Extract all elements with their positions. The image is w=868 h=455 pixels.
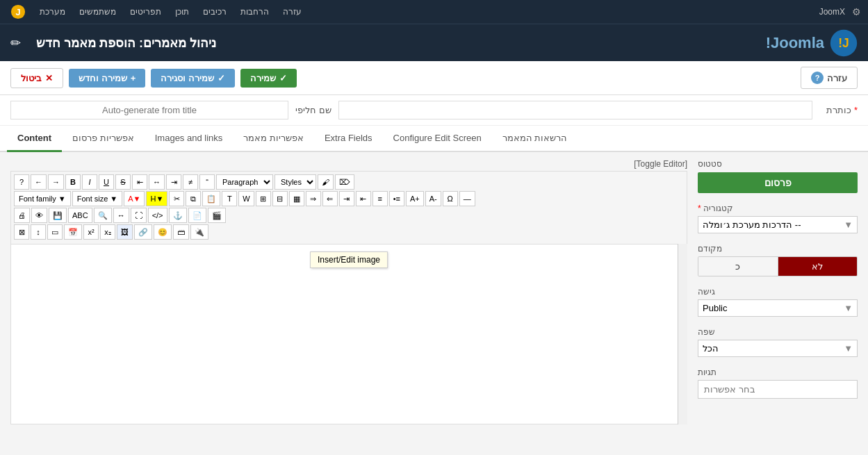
editor-insert-row-btn[interactable]: ⊟: [272, 191, 288, 206]
editor-paste-btn[interactable]: 📋: [202, 191, 220, 206]
editor-unordered-list-btn[interactable]: •≡: [389, 191, 404, 206]
editor-paint-btn[interactable]: 🖌: [318, 174, 334, 190]
editor-special-chars-btn[interactable]: Ω: [443, 191, 458, 206]
help-label: עזרה: [827, 73, 847, 83]
editor-font-color-btn[interactable]: A▼: [124, 191, 145, 206]
editor-code-btn[interactable]: </>: [148, 208, 167, 223]
featured-yes-btn[interactable]: כ: [698, 257, 778, 276]
editor-blockquote-btn[interactable]: “: [199, 174, 215, 190]
editor-find-btn[interactable]: 🔍: [94, 208, 112, 223]
editor-cut-btn[interactable]: ✂: [169, 191, 184, 206]
editor-rtl-btn[interactable]: ⇒: [306, 191, 321, 206]
editor-pagebreak-btn[interactable]: ⊠: [14, 224, 29, 240]
editor-print-btn[interactable]: 🖨: [14, 208, 30, 223]
editor-decrease-font-btn[interactable]: A-: [425, 191, 441, 206]
help-button[interactable]: עזרה ?: [801, 67, 858, 89]
editor-media-btn[interactable]: 🎬: [208, 208, 226, 223]
top-nav-left: ⚙ JoomX: [819, 6, 861, 17]
nav-users[interactable]: משתמשים: [79, 7, 116, 17]
tab-extra-fields[interactable]: Extra Fields: [314, 126, 383, 152]
toggle-editor-link[interactable]: [Toggle Editor]: [10, 159, 687, 169]
tags-input[interactable]: [698, 380, 858, 399]
cancel-button[interactable]: ✕ ביטול: [10, 68, 63, 88]
editor-toolbar-row-2: Font family ▼ Font size ▼ A▼ H▼ ✂ ⧉ 📋 T …: [14, 191, 684, 206]
nav-system[interactable]: מערכת: [40, 7, 65, 17]
editor-outdent-btn[interactable]: ⇤: [356, 191, 371, 206]
alias-input[interactable]: [10, 101, 288, 119]
editor-help-btn[interactable]: ?: [14, 174, 29, 190]
editor-strikethrough-btn[interactable]: S: [115, 174, 131, 190]
editor-fullscreen-btn[interactable]: ⛶: [131, 208, 147, 223]
editor-gallery-btn[interactable]: 🗃: [173, 224, 189, 240]
editor-ordered-list-btn[interactable]: ≡: [372, 191, 388, 206]
nav-help[interactable]: עזרה: [283, 7, 302, 17]
editor-indent-btn[interactable]: ⇥: [339, 191, 354, 206]
editor-paste-word-btn[interactable]: W: [238, 191, 254, 206]
category-select[interactable]: ▼ -- הדרכות מערכת ג׳ומלה: [698, 216, 858, 233]
editor-undo-btn[interactable]: ←: [31, 174, 47, 190]
gear-icon[interactable]: ⚙: [852, 6, 861, 17]
tab-publishing[interactable]: אפשריות פרסום: [62, 126, 145, 152]
tab-images-links[interactable]: Images and links: [145, 126, 234, 152]
editor-insert-table-btn[interactable]: ⊞: [256, 191, 271, 206]
editor-justify-btn[interactable]: ≠: [183, 174, 198, 190]
editor-date-btn[interactable]: 📅: [64, 224, 82, 240]
editor-bold-btn[interactable]: B: [65, 174, 81, 190]
editor-align-left-btn[interactable]: ⇤: [132, 174, 147, 190]
save-close-button[interactable]: ✓ שמירה וסגירה: [151, 69, 235, 88]
editor-scrollbar[interactable]: [678, 244, 687, 424]
editor-ltr-btn[interactable]: ⇐: [322, 191, 338, 206]
tab-content[interactable]: Content: [7, 126, 62, 152]
editor-template-btn[interactable]: 📄: [188, 208, 206, 223]
nav-menus[interactable]: תפריטים: [130, 7, 161, 17]
tab-article-options[interactable]: אפשריות מאמר: [233, 126, 314, 152]
editor-italic-btn[interactable]: I: [82, 174, 97, 190]
editor-subscript2-btn[interactable]: x₂: [100, 224, 115, 240]
editor-replace-btn[interactable]: ↔: [113, 208, 129, 223]
save-button[interactable]: ✓ שמירה: [240, 69, 297, 88]
featured-no-btn[interactable]: לא: [778, 257, 858, 276]
editor-paste-text-btn[interactable]: T: [222, 191, 237, 206]
editor-content[interactable]: Insert/Edit image: [10, 244, 687, 424]
editor-emoticon-btn[interactable]: 😊: [154, 224, 172, 240]
tab-permissions[interactable]: הרשאות המאמר: [492, 126, 578, 152]
access-select[interactable]: ▼ Public: [698, 299, 858, 317]
editor-insert-link-btn[interactable]: 🔗: [134, 224, 152, 240]
language-arrow: ▼: [844, 343, 853, 354]
save-new-button[interactable]: + שמירה וחדש: [69, 69, 145, 88]
editor-preview-btn[interactable]: 👁: [31, 208, 47, 223]
title-input[interactable]: [338, 101, 813, 119]
editor-highlight-btn[interactable]: H▼: [146, 191, 167, 206]
editor-align-right-btn[interactable]: ⇥: [166, 174, 181, 190]
editor-table-props-btn[interactable]: ▦: [289, 191, 304, 206]
editor-spell-btn[interactable]: ABC: [68, 208, 92, 223]
nav-components[interactable]: רכיבים: [203, 7, 227, 17]
nav-content[interactable]: תוכן: [175, 7, 189, 17]
paragraph-select[interactable]: Paragraph: [216, 174, 273, 190]
editor-anchor-btn[interactable]: ⚓: [169, 208, 187, 223]
joomx-label: JoomX: [819, 7, 845, 17]
editor-redo-btn[interactable]: →: [48, 174, 64, 190]
editor-readmore-btn[interactable]: ↕: [31, 224, 46, 240]
editor-eraser-btn[interactable]: ⌦: [335, 174, 354, 190]
editor-underline-btn[interactable]: U: [99, 174, 114, 190]
editor-save-btn[interactable]: 💾: [49, 208, 67, 223]
editor-increase-font-btn[interactable]: A+: [406, 191, 424, 206]
nav-extensions[interactable]: הרחבות: [240, 7, 269, 17]
status-publish-button[interactable]: פרסום: [698, 172, 858, 193]
editor-align-center-btn[interactable]: ↔: [149, 174, 165, 190]
header-edit-icon[interactable]: ✏: [10, 35, 21, 51]
editor-hr-btn[interactable]: —: [459, 191, 475, 206]
editor-superscript2-btn[interactable]: x²: [83, 224, 99, 240]
language-select[interactable]: ▼ הכל: [698, 340, 858, 357]
editor-plugin-btn[interactable]: 🔌: [190, 224, 208, 240]
font-size-btn[interactable]: Font size ▼: [72, 191, 123, 206]
joomla-logo: J! Joomla!: [766, 29, 858, 57]
save-checkmark-icon: ✓: [279, 73, 287, 83]
editor-copy-btn[interactable]: ⧉: [186, 191, 201, 206]
editor-frame-btn[interactable]: ▭: [47, 224, 63, 240]
editor-insert-image-btn[interactable]: 🖼: [117, 224, 133, 240]
tab-configure-edit-screen[interactable]: Configure Edit Screen: [383, 126, 492, 152]
font-family-btn[interactable]: Font family ▼: [14, 191, 71, 206]
styles-select[interactable]: Styles: [275, 174, 316, 190]
